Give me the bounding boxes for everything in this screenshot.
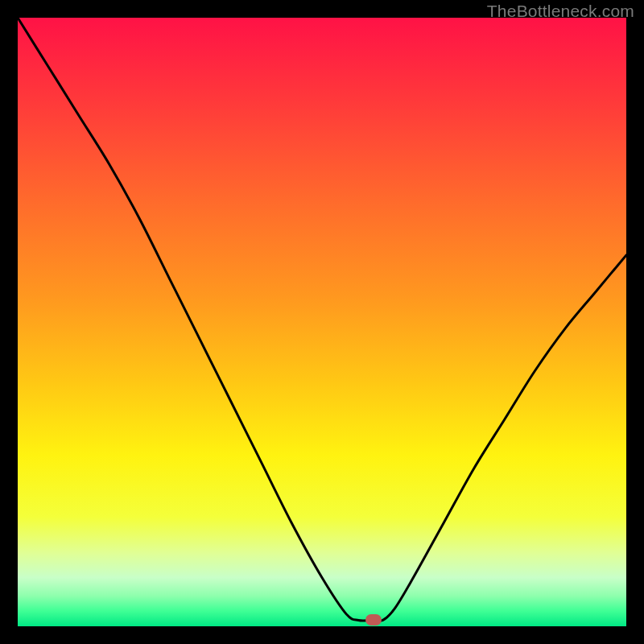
plot-area bbox=[18, 18, 626, 626]
background-gradient bbox=[18, 18, 626, 626]
svg-rect-0 bbox=[18, 18, 626, 626]
chart-frame: TheBottleneck.com bbox=[0, 0, 644, 644]
optimal-balance-marker bbox=[365, 614, 382, 625]
